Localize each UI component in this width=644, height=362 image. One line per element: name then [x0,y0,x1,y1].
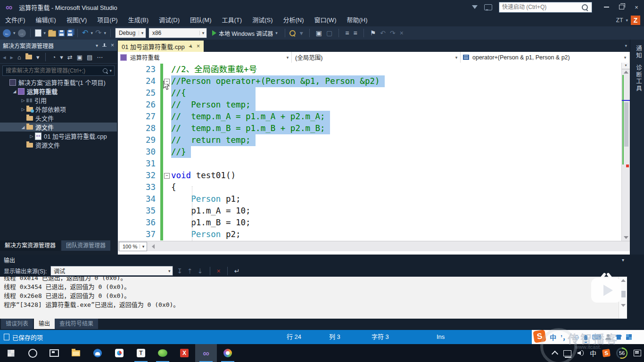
navigate-caret-icon[interactable]: ▾ [13,31,16,35]
toggle-bookmark-icon[interactable]: ⚑ [370,30,376,36]
account-caret-icon[interactable]: ▾ [626,18,628,23]
video-play-overlay-icon[interactable] [590,272,624,308]
typora-app-button[interactable]: T [130,344,152,362]
netdisk-app-button[interactable] [108,344,130,362]
increase-indent-icon[interactable]: ≡ [354,30,357,36]
tree-item[interactable]: 解决方案"运算符重载"(1 个项目) [0,78,117,87]
menu-item[interactable]: 生成(B) [123,14,154,26]
filter-icon[interactable] [472,5,478,9]
code-line[interactable]: 28// temp.m_B = p1.m_B + p2.m_B; [118,123,621,134]
pending-changes-filter-icon[interactable]: ◔ [52,54,56,60]
browser-app-button[interactable] [87,344,108,362]
tree-item[interactable]: ▷++01 加号运算符重载.cpp [0,132,117,140]
jump-to-source-icon[interactable]: ↧ [177,268,182,274]
code-line[interactable]: 30//} [118,146,621,158]
tool-tab-diagnostics[interactable]: 诊断工具 [634,65,643,92]
back-icon[interactable]: ◂ [3,54,6,60]
ime-mode-button[interactable]: 中 [550,332,556,342]
close-button[interactable]: × [629,0,644,14]
scroll-left-icon[interactable] [152,244,155,249]
expander-icon[interactable]: ▷ [20,98,26,103]
solution-search-input[interactable] [3,67,103,74]
tab-list-caret-icon[interactable]: ▾ [625,43,627,48]
account-button[interactable] [605,334,611,340]
output-source-dropdown[interactable]: 调试▾ [50,266,173,276]
find-in-files-icon[interactable] [289,30,296,36]
red-x-app-button[interactable]: X [173,344,195,362]
clear-all-icon[interactable]: × [217,268,221,274]
zoom-level-dropdown[interactable]: 100 %▾ [119,242,147,251]
code-line[interactable]: 32−void test01() [118,170,621,181]
uncomment-selection-icon[interactable]: ▢ [326,30,332,36]
quick-launch-box[interactable] [499,2,592,13]
green-oval-app-button[interactable] [152,344,173,362]
menu-item[interactable]: 项目(P) [92,14,123,26]
undo-icon[interactable]: ↶ [82,29,88,37]
home-icon[interactable]: ⌂ [17,54,21,60]
panel-tab[interactable]: 解决方案资源管理器 [0,240,60,251]
menu-item[interactable]: 分析(N) [278,14,309,26]
emoji-button[interactable]: ☺ [573,330,580,344]
sync-with-active-document-icon[interactable]: ⇄ [67,54,73,60]
file-explorer-button[interactable] [65,344,87,362]
punctuation-mode-button[interactable]: ’， [561,332,569,342]
word-wrap-icon[interactable]: ↵ [234,268,240,274]
menu-item[interactable]: 调试(D) [154,14,185,26]
filter-caret-icon[interactable]: ▾ [60,54,63,60]
sogou-logo[interactable]: S [533,329,546,343]
scroll-up-icon[interactable] [624,71,628,74]
send-feedback-icon[interactable] [484,4,492,10]
forward-icon[interactable]: ▸ [10,54,14,60]
start-button[interactable] [0,344,22,362]
network-icon[interactable] [563,350,571,356]
document-tab[interactable]: 01 加号运算符重载.cpp ➤ × [118,41,204,52]
redo-caret-icon[interactable]: ▾ [104,31,106,35]
search-options-caret-icon[interactable]: ▾ [109,68,112,73]
account-name[interactable]: ZT [616,17,623,24]
save-all-icon[interactable] [67,30,73,36]
avatar[interactable]: Z [631,16,640,25]
output-tab[interactable]: 错误列表 [1,319,33,329]
output-tab[interactable]: 查找符号结果 [55,319,98,329]
tool-tab-notifications[interactable]: 通知 [634,45,643,59]
code-line[interactable]: 36 p1.m_B = 10; [118,217,621,229]
task-view-button[interactable] [43,344,65,362]
undo-caret-icon[interactable]: ▾ [91,31,93,35]
ime-mode-indicator[interactable]: 中 [590,348,596,358]
search-button[interactable] [22,344,43,362]
scope-folder-icon[interactable] [25,55,32,59]
scope-caret-icon[interactable]: ▾ [36,54,40,60]
solution-platform-dropdown[interactable]: x86▾ [149,28,207,38]
sogou-tray-icon[interactable]: S [602,349,611,357]
menu-item[interactable]: 视图(V) [61,14,92,26]
fold-marker-icon[interactable]: − [164,173,170,179]
tab-pin-icon[interactable]: ➤ [187,42,194,50]
menu-item[interactable]: 窗口(W) [309,14,342,26]
code-line[interactable]: 29// return temp; [118,134,621,146]
menu-item[interactable]: 编辑(E) [31,14,61,26]
tab-close-icon[interactable]: × [197,43,200,49]
prev-bookmark-icon[interactable]: ↶ [380,30,386,36]
code-line[interactable]: 24−//Person operator+(Person &p1, Person… [118,75,621,87]
voice-input-button[interactable] [584,335,587,340]
expander-icon[interactable]: ◢ [11,89,18,94]
volume-icon[interactable] [578,350,584,356]
menu-item[interactable]: 工具(T) [217,14,248,26]
clear-bookmarks-icon[interactable]: × [400,30,404,36]
code-line[interactable]: 27// temp.m_A = p1.m_A + p2.m_A; [118,111,621,123]
code-line[interactable]: 25//{ [118,87,621,99]
expander-icon[interactable]: ◢ [20,125,26,130]
close-panel-icon[interactable]: × [111,42,114,49]
new-file-caret-icon[interactable]: ▾ [44,31,46,35]
quick-launch-input[interactable] [499,4,582,10]
code-line[interactable]: 35 p1.m_A = 10; [118,205,621,217]
hardware-monitor-widget[interactable]: 56 [616,347,627,359]
fold-marker-icon[interactable]: − [164,79,170,84]
code-line[interactable]: 37 Person p2; [118,229,621,240]
soft-keyboard-button[interactable]: ⌨ [592,330,601,344]
new-file-icon[interactable] [35,29,41,37]
tree-item[interactable]: ▷外部依赖项 [0,105,117,114]
action-center-icon[interactable] [634,350,641,356]
code-line[interactable]: 34 Person p1; [118,193,621,205]
output-tab[interactable]: 输出 [34,319,55,329]
